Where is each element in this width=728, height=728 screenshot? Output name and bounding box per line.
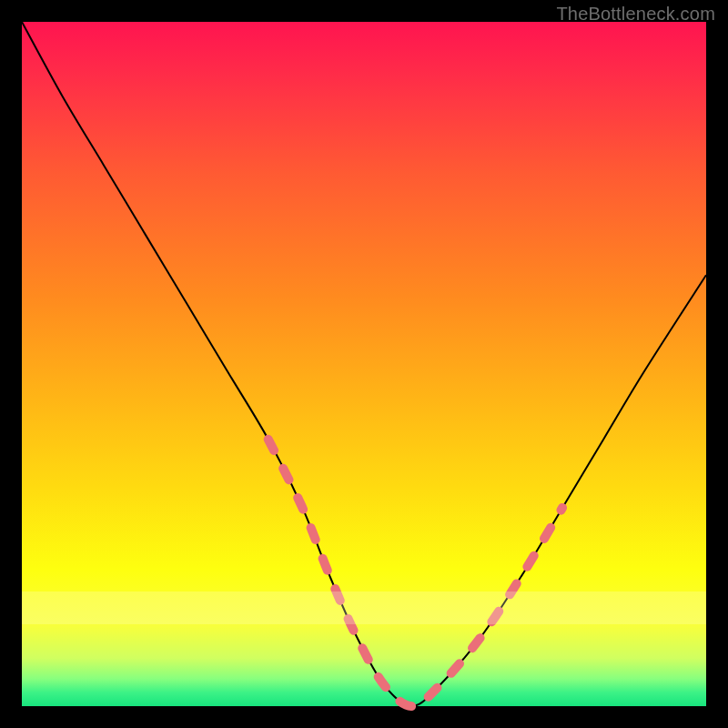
plot-area: [22, 22, 706, 706]
chart-svg: [22, 22, 706, 706]
main-curve: [22, 22, 706, 706]
bottleneck-chart: TheBottleneck.com: [0, 0, 728, 728]
highlight-dashes: [268, 440, 562, 706]
